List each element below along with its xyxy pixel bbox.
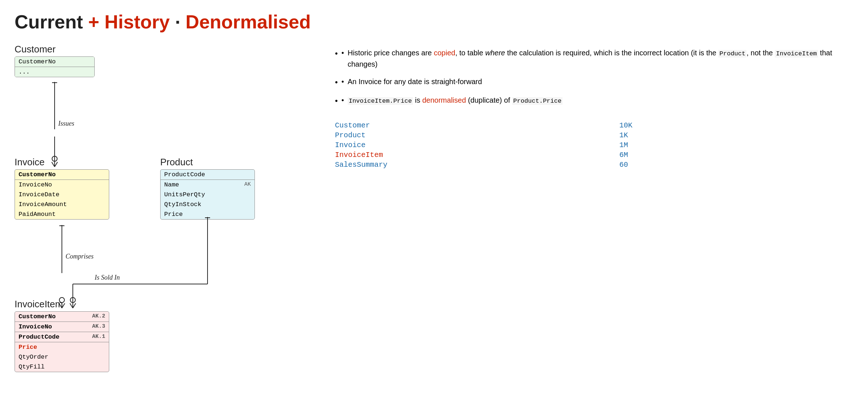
product-price-mono: Product.Price [512,97,563,105]
invoice-entity: Invoice CustomerNo InvoiceNo InvoiceDate… [15,157,109,220]
right-panel: • Historic price changes are copied, to … [335,44,853,169]
bullet-2: • An Invoice for any date is straight-fo… [335,76,853,88]
invoiceitem-field-customerno: CustomerNoAK.2 [15,312,109,322]
stat-invoiceitem-val: 6M [619,151,853,159]
invoiceitem-field-invoiceno: InvoiceNoAK.3 [15,322,109,332]
customer-field-customerno: CustomerNo [15,57,94,67]
invoiceitem-entity: InvoiceItem CustomerNoAK.2 InvoiceNoAK.3… [15,299,109,372]
stat-product-val: 1K [619,131,853,139]
stat-salessummary-val: 60 [619,161,853,169]
bullet-1-text: Historic price changes are copied, to ta… [348,47,853,70]
product-field-qtyinstock: QtyInStock [161,200,255,209]
product-field-price: Price [161,209,255,219]
bullet-dot-2: • [342,76,344,88]
invoice-label: Invoice [15,157,109,168]
stat-invoice-val: 1M [619,141,853,149]
invoice-field-customerno: CustomerNo [15,170,109,180]
stat-salessummary-name: SalesSummary [335,161,608,169]
bullet-dot-1: • [342,47,344,70]
diagram-area: Customer CustomerNo ... Invoice Customer… [15,44,313,414]
invoiceitem-field-qtyorder: QtyOrder [15,352,109,362]
product-field-unitsperqty: UnitsPerQty [161,190,255,200]
comprises-label: Comprises [66,253,94,260]
is-sold-in-label: Is Sold In [94,274,120,281]
invoice-field-invoiceamount: InvoiceAmount [15,200,109,209]
stat-customer-val: 10K [619,121,853,130]
product-entity: Product ProductCode NameAK UnitsPerQty Q… [160,157,255,220]
invoiceitem-field-price: Price [15,342,109,352]
invoice-field-paidamount: PaidAmount [15,209,109,219]
bullet-3-text: InvoiceItem.Price is denormalised (dupli… [348,95,563,107]
title-denorm: Denormalised [186,11,311,32]
title-prefix: Current [15,11,88,32]
invoiceitem-field-productcode: ProductCodeAK.1 [15,332,109,342]
bullet-1: • Historic price changes are copied, to … [335,47,853,70]
stat-invoice-name: Invoice [335,141,608,149]
stats-table: Customer 10K Product 1K Invoice 1M Invoi… [335,121,853,169]
invoice-field-invoicedate: InvoiceDate [15,190,109,200]
copied-text: copied [434,49,455,57]
issues-label: Issues [58,120,74,127]
bullet-2-text: An Invoice for any date is straight-forw… [348,76,482,88]
title-dot: · [170,11,185,32]
stat-invoiceitem-name: InvoiceItem [335,151,608,159]
where-text: where [485,49,505,57]
customer-field-dots: ... [15,67,94,77]
product-field-name: NameAK [161,180,255,190]
title-plus-history: + History [88,11,170,32]
invoiceitem-label: InvoiceItem [15,299,109,310]
denormalised-text: denormalised [422,96,466,104]
customer-entity: Customer CustomerNo ... [15,44,95,77]
product-field-productcode: ProductCode [161,170,255,180]
stat-customer-name: Customer [335,121,608,130]
product-label: Product [160,157,255,168]
bullet-dot-3: • [342,95,344,107]
product-mono: Product [718,50,746,58]
invoiceitem-field-qtyfill: QtyFill [15,362,109,372]
page-title: Current + History · Denormalised [15,11,853,33]
invoiceitem-mono: InvoiceItem [775,50,818,58]
invoice-field-invoiceno: InvoiceNo [15,180,109,190]
stat-product-name: Product [335,131,608,139]
bullet-3: • InvoiceItem.Price is denormalised (dup… [335,95,853,107]
customer-label: Customer [15,44,95,55]
bullet-list: • Historic price changes are copied, to … [335,47,853,107]
invoiceitem-price-mono: InvoiceItem.Price [348,97,413,105]
